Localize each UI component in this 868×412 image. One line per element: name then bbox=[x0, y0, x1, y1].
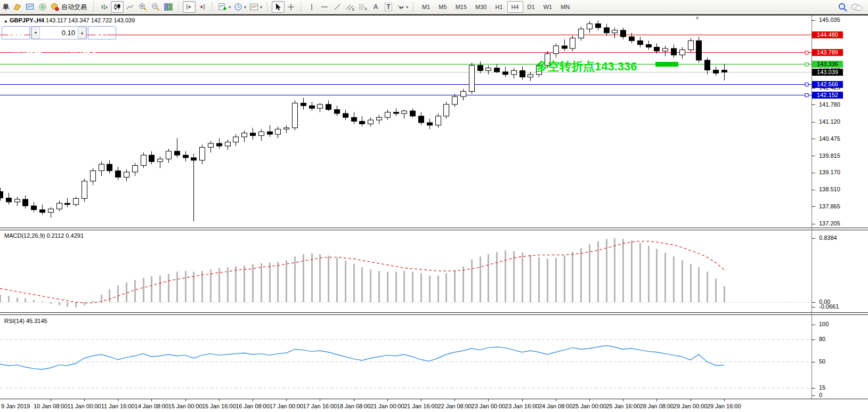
candle-body bbox=[15, 199, 20, 202]
candle-body bbox=[23, 199, 28, 206]
candle-body bbox=[242, 133, 247, 137]
candle-body bbox=[663, 49, 668, 51]
candle-body bbox=[141, 155, 147, 166]
candle-body bbox=[40, 210, 45, 213]
candle-body bbox=[233, 137, 239, 142]
volume-increase-button[interactable]: ▲ bbox=[78, 27, 86, 39]
line-endpoint-handle bbox=[805, 83, 808, 86]
candle-body bbox=[444, 104, 449, 116]
annotation-text[interactable]: 多空转折点143.336 bbox=[536, 59, 637, 75]
candle-body bbox=[217, 143, 222, 146]
buy-price-big: 07 bbox=[82, 43, 99, 56]
candle-body bbox=[158, 159, 163, 161]
candle-body bbox=[267, 132, 273, 134]
candle-body bbox=[688, 41, 694, 50]
candle-body bbox=[486, 68, 491, 71]
candle-body bbox=[705, 60, 710, 70]
candle-body bbox=[520, 70, 525, 77]
candle-body bbox=[208, 143, 214, 147]
highlight-box[interactable] bbox=[655, 62, 678, 67]
mt4-window: 单 自动交易 bbox=[0, 0, 868, 412]
line-endpoint-handle bbox=[805, 63, 808, 66]
candle-body bbox=[713, 70, 719, 73]
candle-body bbox=[0, 191, 3, 198]
candle-body bbox=[604, 28, 610, 33]
candle-body bbox=[654, 47, 660, 51]
volume-input[interactable]: 0.10 bbox=[40, 27, 78, 39]
sell-button[interactable]: SELL bbox=[2, 26, 30, 39]
collapse-marker-icon[interactable]: ▲ bbox=[4, 19, 8, 23]
candle-body bbox=[452, 96, 458, 104]
macd-indicator-label: MACD(12,26,9) 0.2112 0.4291 bbox=[4, 232, 84, 239]
candle-body bbox=[410, 111, 416, 116]
candle-body bbox=[74, 199, 79, 205]
rsi-line bbox=[0, 345, 724, 369]
candle-body bbox=[562, 46, 567, 49]
candle-body bbox=[722, 70, 727, 72]
candle-body bbox=[335, 110, 340, 114]
ohlc-values: 143.117 143.347 142.722 143.039 bbox=[46, 17, 135, 23]
candle-body bbox=[310, 106, 315, 108]
candle-body bbox=[436, 116, 441, 125]
macd-panel-separator[interactable] bbox=[0, 228, 868, 230]
candle-body bbox=[284, 128, 289, 129]
candle-body bbox=[621, 30, 626, 37]
candle-body bbox=[360, 122, 365, 124]
candle-body bbox=[259, 132, 264, 135]
one-click-trading-panel: SELL ▼ 0.10 ▲ BUY 143 03 9 143 07 6 bbox=[2, 26, 116, 58]
buy-price-prefix: 143 bbox=[69, 48, 82, 55]
candle-body bbox=[587, 24, 593, 29]
candle-body bbox=[343, 114, 348, 117]
candle-body bbox=[82, 181, 87, 199]
candle-body bbox=[301, 103, 306, 106]
sell-price-display[interactable]: 143 03 9 bbox=[2, 41, 57, 58]
candle-body bbox=[166, 151, 172, 159]
candle-body bbox=[318, 104, 323, 108]
volume-stepper: ▼ 0.10 ▲ bbox=[31, 26, 87, 39]
chart-shift-marker[interactable]: ▼ bbox=[695, 15, 700, 21]
sell-price-prefix: 143 bbox=[12, 48, 25, 55]
candle-body bbox=[554, 46, 559, 54]
time-axis-border bbox=[0, 399, 868, 399]
line-endpoint-handle bbox=[805, 51, 808, 54]
candle-body bbox=[512, 70, 517, 74]
candle-body bbox=[57, 203, 62, 209]
candle-body bbox=[175, 151, 180, 155]
candle-body bbox=[612, 30, 618, 33]
candle-body bbox=[149, 155, 155, 161]
candle-body bbox=[528, 75, 533, 77]
candle-body bbox=[124, 172, 129, 177]
candle-body bbox=[570, 38, 575, 49]
candle-body bbox=[402, 111, 407, 114]
candle-body bbox=[91, 171, 96, 181]
candle-body bbox=[107, 164, 112, 171]
candle-body bbox=[469, 66, 475, 92]
candle-body bbox=[394, 112, 399, 114]
price-axis-border bbox=[812, 15, 812, 399]
candle-body bbox=[326, 104, 331, 110]
candle-body bbox=[478, 66, 483, 71]
buy-price-pip: 6 bbox=[99, 42, 103, 50]
candle-body bbox=[638, 41, 643, 44]
volume-decrease-button[interactable]: ▼ bbox=[31, 27, 40, 39]
candle-body bbox=[200, 147, 205, 160]
line-endpoint-handle bbox=[805, 94, 808, 97]
buy-button[interactable]: BUY bbox=[88, 26, 116, 39]
buy-price-display[interactable]: 143 07 6 bbox=[59, 41, 114, 58]
candle-body bbox=[494, 68, 500, 72]
candle-body bbox=[680, 50, 685, 55]
candle-body bbox=[133, 166, 138, 172]
rsi-panel-separator[interactable] bbox=[0, 312, 868, 315]
rsi-indicator-label: RSI(14) 45.3145 bbox=[4, 318, 47, 324]
candle-body bbox=[275, 129, 281, 134]
candle-body bbox=[116, 171, 121, 177]
candle-body bbox=[191, 158, 197, 160]
candle-body bbox=[352, 117, 357, 121]
candle-body bbox=[503, 72, 508, 75]
chart-canvas[interactable] bbox=[0, 0, 868, 412]
candle-body bbox=[377, 117, 382, 120]
candle-body bbox=[225, 142, 231, 146]
candle-body bbox=[183, 155, 189, 158]
candle-body bbox=[48, 209, 54, 212]
candle-body bbox=[419, 116, 424, 123]
